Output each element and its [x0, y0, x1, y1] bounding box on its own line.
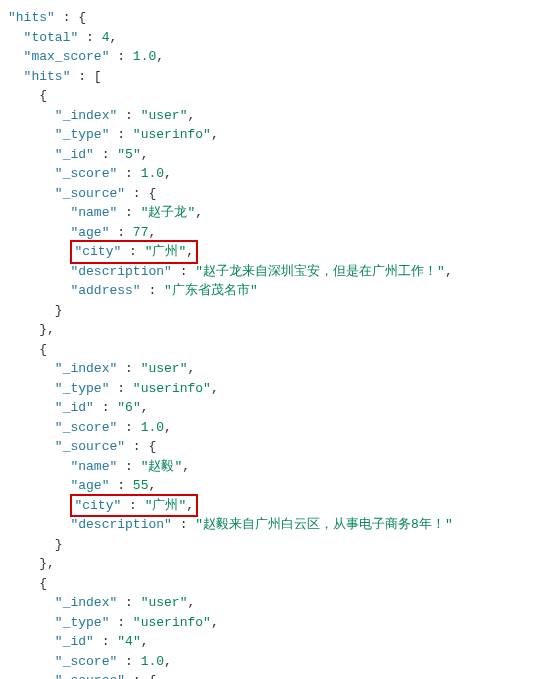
line: {: [8, 86, 530, 106]
line: }: [8, 535, 530, 555]
line: "_source" : {: [8, 184, 530, 204]
city-highlight: "city" : "广州",: [8, 496, 530, 516]
line: "_source" : {: [8, 437, 530, 457]
line: },: [8, 554, 530, 574]
line: }: [8, 301, 530, 321]
line: "_id" : "6",: [8, 398, 530, 418]
line: "hits" : {: [8, 8, 530, 28]
city-highlight: "city" : "广州",: [8, 242, 530, 262]
line: "_source" : {: [8, 671, 530, 679]
line: "max_score" : 1.0,: [8, 47, 530, 67]
line: "address" : "广东省茂名市": [8, 281, 530, 301]
line: "description" : "赵毅来自广州白云区，从事电子商务8年！": [8, 515, 530, 535]
line: "_score" : 1.0,: [8, 652, 530, 672]
json-block: "hits" : { "total" : 4, "max_score" : 1.…: [8, 8, 530, 679]
line: "_id" : "5",: [8, 145, 530, 165]
line: "_type" : "userinfo",: [8, 125, 530, 145]
line: "_type" : "userinfo",: [8, 379, 530, 399]
line: "name" : "赵子龙",: [8, 203, 530, 223]
line: "_score" : 1.0,: [8, 418, 530, 438]
line: "description" : "赵子龙来自深圳宝安，但是在广州工作！",: [8, 262, 530, 282]
line: {: [8, 340, 530, 360]
line: {: [8, 574, 530, 594]
line: "_index" : "user",: [8, 359, 530, 379]
line: "_index" : "user",: [8, 106, 530, 126]
line: "_id" : "4",: [8, 632, 530, 652]
line: "hits" : [: [8, 67, 530, 87]
line: "name" : "赵毅",: [8, 457, 530, 477]
line: },: [8, 320, 530, 340]
line: "_index" : "user",: [8, 593, 530, 613]
line: "total" : 4,: [8, 28, 530, 48]
line: "_type" : "userinfo",: [8, 613, 530, 633]
line: "_score" : 1.0,: [8, 164, 530, 184]
